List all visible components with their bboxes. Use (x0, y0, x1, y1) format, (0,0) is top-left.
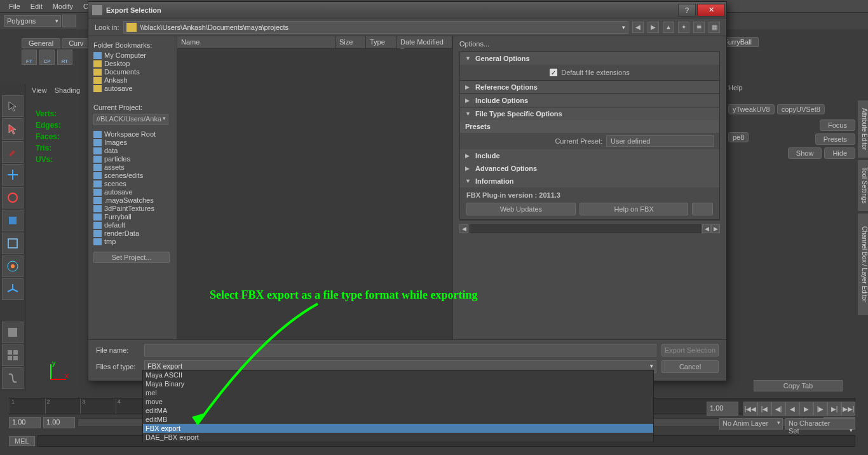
col-date[interactable]: Date Modified ▽ (397, 36, 452, 48)
options-hscrollbar[interactable]: ◀ ◀ ▶ (459, 224, 720, 233)
path-field[interactable]: \\black\Users\Ankash\Documents\maya\proj… (123, 21, 628, 34)
character-set-dropdown[interactable]: No Character Set (785, 418, 855, 430)
step-back-button[interactable]: ◀| (771, 402, 785, 416)
file-name-input[interactable] (144, 344, 656, 357)
four-view[interactable] (2, 344, 24, 366)
help-menu[interactable]: Help (728, 84, 855, 92)
file-type-option[interactable]: move (143, 397, 653, 406)
vp-shading[interactable]: Shading (51, 86, 84, 95)
attr-tab-2[interactable]: copyUVSet8 (777, 104, 825, 114)
export-selection-button[interactable]: Export Selection (661, 344, 719, 357)
step-back-key-button[interactable]: |◀ (757, 402, 771, 416)
close-button[interactable]: ✕ (697, 4, 725, 17)
col-name[interactable]: Name (177, 36, 336, 48)
project-item[interactable]: scenes (93, 180, 172, 187)
set-project-button[interactable]: Set Project... (93, 252, 170, 263)
right-tab-tool-settings[interactable]: Tool Settings (858, 160, 868, 211)
hide-button[interactable]: Hide (824, 147, 855, 159)
single-view[interactable] (2, 322, 24, 343)
shelf-ico-cp[interactable]: CP (39, 50, 55, 65)
right-tab-channel-box[interactable]: Channel Box / Layer Editor (858, 214, 868, 315)
project-item[interactable]: renderData (93, 229, 172, 237)
file-type-option[interactable]: FBX export (143, 424, 653, 433)
general-options-header[interactable]: ▼General Options (460, 52, 719, 65)
col-type[interactable]: Type (366, 36, 397, 48)
information-section-header[interactable]: ▼Information (460, 175, 719, 187)
filetype-options-header[interactable]: ▼File Type Specific Options (460, 107, 719, 120)
right-tab-attr-editor[interactable]: Attribute Editor (858, 100, 868, 158)
project-item[interactable]: tmp (93, 238, 172, 245)
focus-button[interactable]: Focus (820, 119, 855, 131)
anim-layer-dropdown[interactable]: No Anim Layer (719, 418, 783, 430)
project-item[interactable]: Images (93, 139, 172, 146)
project-item[interactable]: default (93, 221, 172, 229)
script-tool[interactable] (2, 367, 24, 389)
current-frame-field[interactable]: 1.00 (707, 402, 738, 416)
manip-tool[interactable] (2, 233, 24, 254)
axis-tool[interactable] (2, 278, 24, 300)
file-type-option[interactable]: editMB (143, 415, 653, 424)
nav-back-button[interactable]: ◀ (632, 22, 644, 33)
play-back-button[interactable]: ◀ (785, 402, 799, 416)
lasso-tool[interactable] (2, 118, 24, 140)
file-type-option[interactable]: mel (143, 388, 653, 397)
bookmark-item[interactable]: Documents (93, 68, 172, 76)
nav-up-button[interactable]: ▲ (663, 22, 674, 33)
project-item[interactable]: scenes/edits (93, 172, 172, 179)
advanced-section-header[interactable]: ▶Advanced Options (460, 162, 719, 175)
default-ext-checkbox-row[interactable]: ✓ Default file extensions (466, 69, 713, 76)
col-size[interactable]: Size (336, 36, 366, 48)
scale-tool[interactable] (2, 210, 24, 231)
vp-view[interactable]: View (28, 86, 51, 95)
shelf-ico-rt[interactable]: RT (57, 50, 72, 65)
help-button[interactable]: ? (678, 4, 696, 17)
help-on-fbx-button[interactable]: Help on FBX (580, 203, 689, 215)
cancel-button[interactable]: Cancel (661, 360, 719, 373)
file-type-option[interactable]: DAE_FBX export (143, 433, 653, 442)
bookmark-item[interactable]: autosave (93, 85, 172, 92)
menu-file[interactable]: File (4, 1, 25, 11)
project-item[interactable]: Furryball (93, 213, 172, 221)
shelf-tab-general[interactable]: General (22, 38, 60, 48)
current-project-dropdown[interactable]: //BLACK/Users/Anka (93, 114, 168, 125)
attr-tab-1[interactable]: yTweakUV8 (728, 104, 775, 114)
nav-new-folder-button[interactable]: ✦ (678, 22, 689, 33)
step-fwd-button[interactable]: |▶ (813, 402, 827, 416)
reference-options-header[interactable]: ▶Reference Options (460, 81, 719, 93)
file-type-option[interactable]: Maya ASCII (143, 370, 653, 379)
project-item[interactable]: particles (93, 155, 172, 163)
include-section-header[interactable]: ▶Include (460, 149, 719, 162)
project-item[interactable]: 3dPaintTextures (93, 205, 172, 212)
more-button[interactable] (692, 203, 713, 215)
range-start-field[interactable]: 1.00 (9, 417, 41, 428)
bookmark-item[interactable]: Ankash (93, 76, 172, 84)
bookmark-item[interactable]: Desktop (93, 60, 172, 67)
project-item[interactable]: Workspace Root (93, 130, 172, 138)
project-item[interactable]: .mayaSwatches (93, 196, 172, 204)
go-end-button[interactable]: ▶▶| (841, 402, 855, 416)
shelf-ico-ft[interactable]: FT (22, 50, 37, 65)
soft-tool[interactable] (2, 255, 24, 277)
scroll-right-icon[interactable]: ▶ (711, 224, 720, 233)
bookmark-item[interactable]: My Computer (93, 51, 172, 59)
scroll-right-icon[interactable]: ◀ (702, 224, 711, 233)
file-type-option[interactable]: Maya Binary (143, 379, 653, 388)
web-updates-button[interactable]: Web Updates (466, 203, 576, 215)
file-type-option[interactable]: editMA (143, 406, 653, 415)
step-fwd-key-button[interactable]: ▶| (827, 402, 841, 416)
menu-edit[interactable]: Edit (25, 1, 48, 11)
paint-tool[interactable] (2, 141, 24, 163)
mode-dropdown[interactable]: Polygons (4, 15, 61, 27)
copy-tab-button[interactable]: Copy Tab (754, 380, 843, 391)
project-item[interactable]: assets (93, 163, 172, 171)
project-item[interactable]: autosave (93, 188, 172, 196)
project-item[interactable]: data (93, 147, 172, 154)
range-start2-field[interactable]: 1.00 (43, 417, 75, 428)
shelf-tab-curves[interactable]: Curv (62, 38, 90, 48)
go-start-button[interactable]: |◀◀ (743, 402, 757, 416)
nav-fwd-button[interactable]: ▶ (648, 22, 659, 33)
select-tool[interactable] (2, 95, 24, 117)
current-preset-field[interactable]: User defined (606, 135, 714, 147)
presets-button[interactable]: Presets (815, 133, 855, 145)
rotate-tool[interactable] (2, 187, 24, 208)
